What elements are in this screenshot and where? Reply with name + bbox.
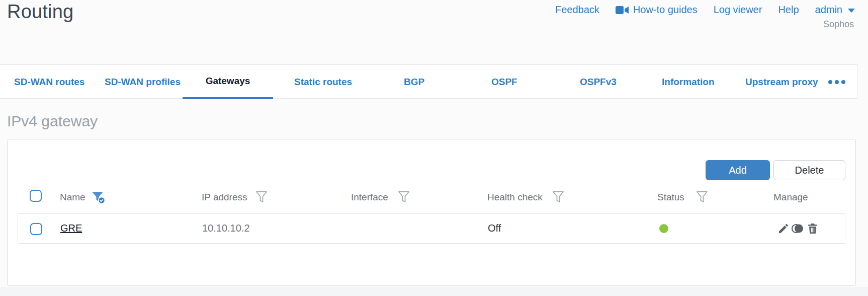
routing-page: Routing Feedback How-to guides Log viewe…: [0, 0, 868, 296]
ellipsis-icon[interactable]: [828, 65, 845, 99]
admin-menu[interactable]: admin: [815, 4, 855, 16]
section-title-ipv4-gateway: IPv4 gateway: [7, 113, 98, 130]
column-header-status: Status: [657, 192, 684, 203]
tab-sd-wan-routes[interactable]: SD-WAN routes: [14, 65, 84, 99]
top-nav: Feedback How-to guides Log viewer Help a…: [555, 4, 855, 16]
funnel-icon[interactable]: [696, 191, 708, 206]
page-title: Routing: [7, 1, 73, 23]
footer-strip: [0, 287, 868, 296]
funnel-check-icon[interactable]: [91, 191, 106, 207]
column-header-interface: Interface: [351, 192, 388, 203]
gateway-card: Add Delete Name IP address Interface He: [7, 139, 856, 286]
tab-information[interactable]: Information: [662, 65, 715, 99]
column-header-manage: Manage: [773, 192, 808, 203]
table-row: GRE 10.10.10.2 Off: [18, 213, 845, 244]
tab-ospfv3[interactable]: OSPFv3: [580, 65, 617, 99]
tab-ospf[interactable]: OSPF: [491, 65, 517, 99]
tab-bar: SD-WAN routes SD-WAN profiles Gateways S…: [0, 64, 857, 99]
tab-sd-wan-profiles[interactable]: SD-WAN profiles: [105, 65, 181, 99]
funnel-icon[interactable]: [552, 191, 564, 206]
tab-static-routes[interactable]: Static routes: [294, 65, 352, 99]
how-to-guides-link[interactable]: How-to guides: [616, 4, 698, 16]
video-camera-icon: [616, 6, 629, 15]
pencil-icon[interactable]: [777, 223, 790, 235]
delete-button[interactable]: Delete: [773, 160, 845, 180]
ip-address-cell: 10.10.10.2: [202, 223, 250, 234]
row-actions: [777, 223, 819, 235]
log-viewer-link[interactable]: Log viewer: [714, 4, 762, 16]
funnel-icon[interactable]: [398, 191, 410, 206]
gateway-name-link[interactable]: GRE: [60, 223, 82, 234]
brand-label: Sophos: [823, 19, 854, 30]
table-header: Name IP address Interface Health check: [8, 188, 855, 208]
help-link[interactable]: Help: [778, 4, 799, 16]
funnel-icon[interactable]: [255, 191, 268, 206]
status-up-dot: [659, 224, 668, 233]
health-check-cell: Off: [488, 223, 501, 234]
add-button[interactable]: Add: [706, 160, 770, 180]
select-all-checkbox[interactable]: [30, 190, 42, 202]
row-checkbox[interactable]: [30, 223, 42, 235]
column-header-ip-address: IP address: [202, 192, 247, 203]
tab-bgp[interactable]: BGP: [404, 65, 424, 99]
tab-gateways[interactable]: Gateways: [183, 65, 273, 99]
column-header-name: Name: [60, 192, 85, 203]
feedback-link[interactable]: Feedback: [555, 4, 599, 16]
eclipse-circle-icon[interactable]: [792, 223, 805, 235]
column-header-health-check: Health check: [487, 192, 543, 203]
caret-down-icon: [848, 9, 855, 13]
trash-icon[interactable]: [807, 223, 819, 235]
tab-upstream-proxy[interactable]: Upstream proxy: [745, 65, 818, 99]
